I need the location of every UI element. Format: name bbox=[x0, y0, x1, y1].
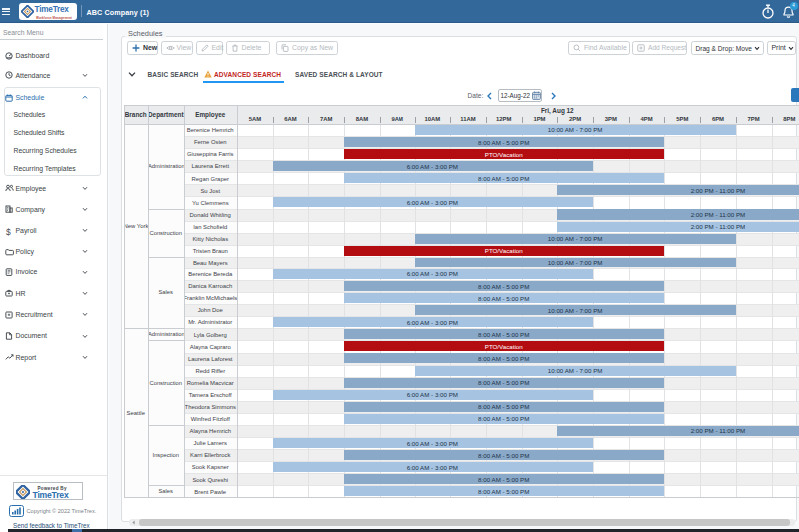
svg-text:$: $ bbox=[6, 227, 11, 236]
